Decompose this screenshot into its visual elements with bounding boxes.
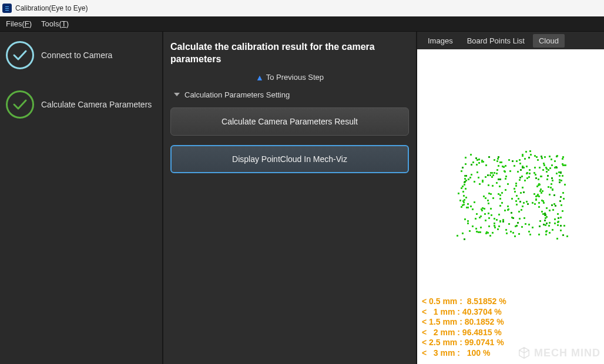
accuracy-stats: < 0.5 mm : 8.51852 % < 1 mm : 40.3704 % …: [422, 296, 506, 358]
steps-sidebar: Connect to Camera Calculate Camera Param…: [0, 32, 163, 364]
display-pointcloud-button[interactable]: Display PointCloud In Mech-Viz: [170, 145, 409, 173]
menu-tools[interactable]: Tools(T): [41, 19, 69, 28]
titlebar: Calibration(Eye to Eye): [0, 0, 604, 16]
watermark: MECH MIND: [518, 346, 600, 359]
check-circle-icon: [6, 41, 34, 69]
calculate-result-button[interactable]: Calculate Camera Parameters Result: [170, 107, 409, 136]
section-title: Calculation Parameters Setting: [184, 90, 290, 99]
menubar: Files(F) Tools(T): [0, 16, 604, 32]
step-label: Calculate Camera Parameters: [41, 100, 152, 109]
pointcloud-viewer[interactable]: < 0.5 mm : 8.51852 % < 1 mm : 40.3704 % …: [417, 49, 604, 364]
step-calculate-parameters[interactable]: Calculate Camera Parameters: [6, 90, 156, 119]
tab-cloud[interactable]: Cloud: [533, 34, 565, 48]
tab-images[interactable]: Images: [422, 34, 459, 48]
check-circle-icon: [6, 90, 34, 119]
step-label: Connect to Camera: [41, 50, 112, 60]
center-panel: Calculate the calibration result for the…: [163, 32, 417, 364]
tab-board-points-list[interactable]: Board Points List: [461, 34, 531, 48]
main-area: Connect to Camera Calculate Camera Param…: [0, 32, 604, 364]
chevron-up-icon: ▲: [256, 73, 264, 82]
right-panel: Images Board Points List Cloud < 0.5 mm …: [417, 32, 604, 364]
window-title: Calibration(Eye to Eye): [15, 4, 88, 12]
triangle-down-icon: [174, 93, 180, 96]
section-calc-params[interactable]: Calculation Parameters Setting: [174, 90, 409, 99]
step-connect-camera[interactable]: Connect to Camera: [6, 41, 156, 69]
menu-files[interactable]: Files(F): [6, 19, 32, 28]
app-icon: [2, 4, 12, 13]
page-title: Calculate the calibration result for the…: [170, 41, 409, 66]
to-previous-step[interactable]: ▲ To Previous Step: [170, 73, 409, 82]
right-tabs: Images Board Points List Cloud: [417, 32, 604, 49]
pointcloud-dots: [455, 150, 567, 238]
previous-step-label: To Previous Step: [266, 73, 324, 82]
